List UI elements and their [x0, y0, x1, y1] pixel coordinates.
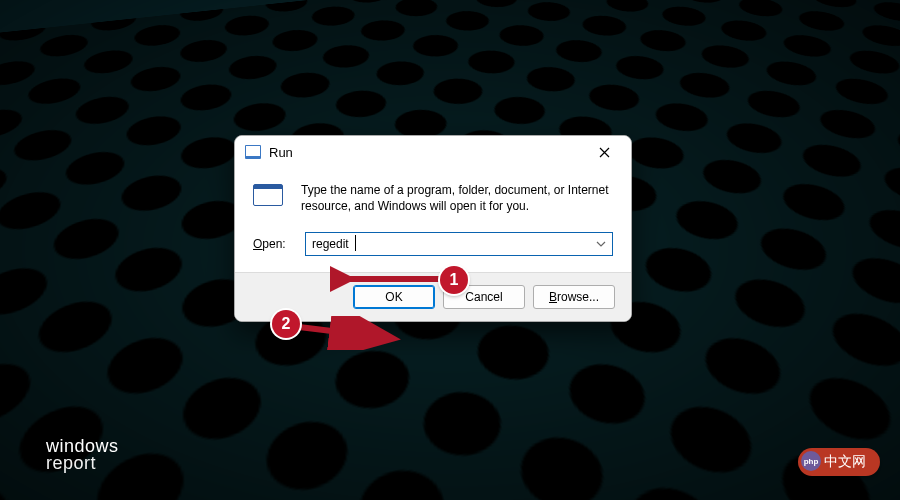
close-button[interactable]	[583, 138, 625, 166]
annotation-badge-2: 2	[272, 310, 300, 338]
open-input[interactable]	[305, 232, 613, 256]
titlebar[interactable]: Run	[235, 136, 631, 168]
run-dialog: Run Type the name of a program, folder, …	[234, 135, 632, 322]
chevron-down-icon[interactable]	[593, 236, 609, 252]
watermark-php-cn: php 中文网	[798, 448, 880, 476]
open-label: Open:	[253, 237, 293, 251]
watermark-line2: report	[46, 455, 119, 472]
text-caret	[355, 235, 356, 251]
dialog-title: Run	[269, 145, 293, 160]
annotation-arrow-2	[285, 316, 405, 350]
annotation-badge-1: 1	[440, 266, 468, 294]
svg-line-1	[291, 326, 389, 338]
run-app-icon	[253, 184, 287, 212]
run-titlebar-icon	[245, 145, 261, 159]
open-combobox[interactable]	[305, 232, 613, 256]
close-icon	[599, 144, 610, 161]
watermark-right-text: 中文网	[824, 453, 866, 471]
dialog-description: Type the name of a program, folder, docu…	[301, 182, 613, 214]
php-badge-icon: php	[801, 451, 821, 471]
browse-button[interactable]: Browse...	[533, 285, 615, 309]
watermark-windows-report: windows report	[46, 438, 119, 472]
